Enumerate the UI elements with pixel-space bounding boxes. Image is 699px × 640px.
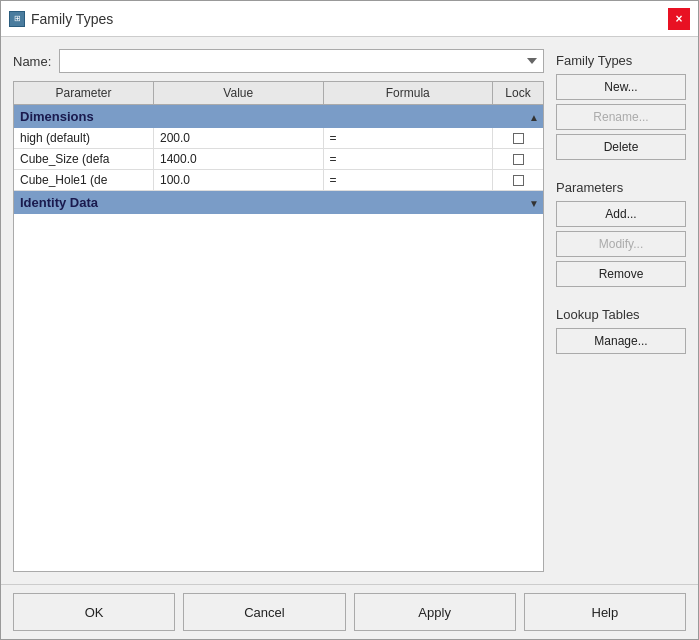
param-name: Cube_Hole1 (de	[14, 170, 154, 190]
col-formula: Formula	[324, 82, 494, 104]
identity-collapse-arrow: ▼	[529, 197, 539, 208]
family-types-dialog: ⊞ Family Types × Name: Parameter Value F…	[0, 0, 699, 640]
close-button[interactable]: ×	[668, 8, 690, 30]
cancel-button[interactable]: Cancel	[183, 593, 345, 631]
new-button[interactable]: New...	[556, 74, 686, 100]
col-lock: Lock	[493, 82, 543, 104]
footer: OK Cancel Apply Help	[1, 584, 698, 639]
right-panel: Family Types New... Rename... Delete Par…	[556, 49, 686, 572]
section-identity-data[interactable]: Identity Data ▼	[14, 191, 543, 214]
parameter-table: Parameter Value Formula Lock Dimensions …	[13, 81, 544, 572]
param-lock[interactable]	[493, 149, 543, 169]
param-value: 1400.0	[154, 149, 324, 169]
modify-button[interactable]: Modify...	[556, 231, 686, 257]
dialog-icon: ⊞	[9, 11, 25, 27]
lookup-tables-section-title: Lookup Tables	[556, 307, 686, 322]
section-dimensions-label: Dimensions	[14, 105, 154, 128]
name-row: Name:	[13, 49, 544, 73]
apply-button[interactable]: Apply	[354, 593, 516, 631]
parameters-section-title: Parameters	[556, 180, 686, 195]
left-panel: Name: Parameter Value Formula Lock Dimen…	[13, 49, 544, 572]
param-formula: =	[324, 128, 494, 148]
remove-button[interactable]: Remove	[556, 261, 686, 287]
param-name: high (default)	[14, 128, 154, 148]
identity-data-empty-area	[14, 214, 543, 414]
dialog-title: Family Types	[31, 11, 113, 27]
dimensions-collapse-arrow: ▲	[529, 111, 539, 122]
manage-button[interactable]: Manage...	[556, 328, 686, 354]
table-row[interactable]: high (default) 200.0 =	[14, 128, 543, 149]
col-value: Value	[154, 82, 324, 104]
title-bar-left: ⊞ Family Types	[9, 11, 113, 27]
dialog-body: Name: Parameter Value Formula Lock Dimen…	[1, 37, 698, 584]
title-bar: ⊞ Family Types ×	[1, 1, 698, 37]
rename-button[interactable]: Rename...	[556, 104, 686, 130]
param-name: Cube_Size (defa	[14, 149, 154, 169]
ok-button[interactable]: OK	[13, 593, 175, 631]
lock-checkbox[interactable]	[513, 175, 524, 186]
lock-checkbox[interactable]	[513, 154, 524, 165]
table-row[interactable]: Cube_Size (defa 1400.0 =	[14, 149, 543, 170]
param-lock[interactable]	[493, 128, 543, 148]
table-body: Dimensions ▲ high (default) 200.0 = Cube…	[14, 105, 543, 571]
help-button[interactable]: Help	[524, 593, 686, 631]
lock-checkbox[interactable]	[513, 133, 524, 144]
col-parameter: Parameter	[14, 82, 154, 104]
param-lock[interactable]	[493, 170, 543, 190]
name-select[interactable]	[59, 49, 544, 73]
delete-button[interactable]: Delete	[556, 134, 686, 160]
param-formula: =	[324, 170, 494, 190]
param-value: 200.0	[154, 128, 324, 148]
family-types-section-title: Family Types	[556, 53, 686, 68]
section-dimensions[interactable]: Dimensions ▲	[14, 105, 543, 128]
section-identity-data-label: Identity Data	[14, 191, 154, 214]
table-row[interactable]: Cube_Hole1 (de 100.0 =	[14, 170, 543, 191]
param-value: 100.0	[154, 170, 324, 190]
add-button[interactable]: Add...	[556, 201, 686, 227]
name-label: Name:	[13, 54, 51, 69]
param-formula: =	[324, 149, 494, 169]
table-header: Parameter Value Formula Lock	[14, 82, 543, 105]
